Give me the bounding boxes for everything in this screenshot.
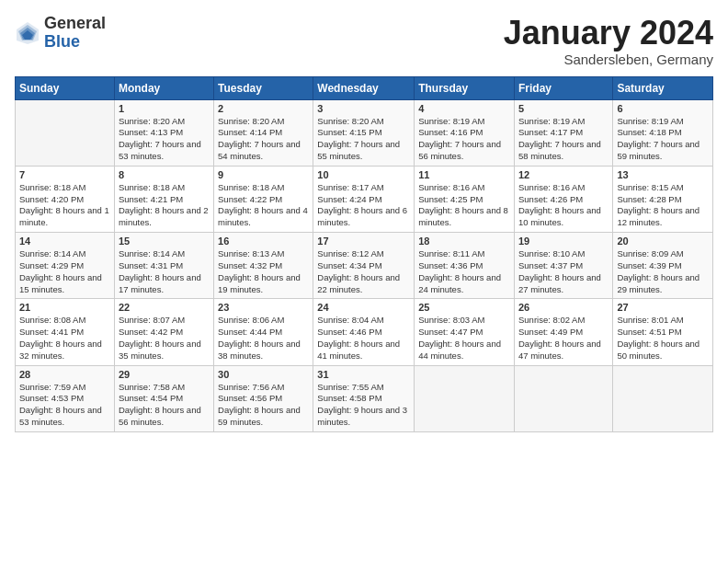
day-info: Sunrise: 7:55 AMSunset: 4:58 PMDaylight:… (317, 382, 410, 429)
calendar-cell: 12Sunrise: 8:16 AMSunset: 4:26 PMDayligh… (514, 166, 612, 232)
day-info: Sunrise: 8:20 AMSunset: 4:14 PMDaylight:… (218, 116, 309, 163)
calendar-cell: 6Sunrise: 8:19 AMSunset: 4:18 PMDaylight… (613, 99, 713, 166)
day-number: 31 (317, 369, 410, 380)
day-number: 11 (418, 169, 510, 180)
day-info: Sunrise: 8:14 AMSunset: 4:31 PMDaylight:… (119, 248, 210, 295)
calendar-cell: 30Sunrise: 7:56 AMSunset: 4:56 PMDayligh… (214, 365, 313, 431)
day-info: Sunrise: 8:06 AMSunset: 4:44 PMDaylight:… (218, 315, 309, 362)
day-number: 17 (317, 236, 410, 247)
calendar-cell: 7Sunrise: 8:18 AMSunset: 4:20 PMDaylight… (16, 166, 115, 232)
day-number: 21 (19, 302, 110, 313)
day-info: Sunrise: 8:19 AMSunset: 4:17 PMDaylight:… (518, 116, 609, 163)
calendar-cell: 31Sunrise: 7:55 AMSunset: 4:58 PMDayligh… (313, 365, 415, 431)
calendar-week-4: 21Sunrise: 8:08 AMSunset: 4:41 PMDayligh… (16, 299, 713, 365)
logo-icon (15, 20, 40, 46)
day-number: 28 (19, 369, 110, 380)
calendar-cell (514, 365, 612, 431)
day-info: Sunrise: 8:17 AMSunset: 4:24 PMDaylight:… (317, 182, 410, 229)
day-info: Sunrise: 8:18 AMSunset: 4:20 PMDaylight:… (19, 182, 110, 229)
page-header: General Blue January 2024 Sandersleben, … (15, 15, 713, 67)
calendar-cell: 10Sunrise: 8:17 AMSunset: 4:24 PMDayligh… (313, 166, 415, 232)
day-info: Sunrise: 8:18 AMSunset: 4:21 PMDaylight:… (119, 182, 210, 229)
calendar-cell: 26Sunrise: 8:02 AMSunset: 4:49 PMDayligh… (514, 299, 612, 365)
day-number: 19 (518, 236, 609, 247)
day-number: 15 (119, 236, 210, 247)
calendar-cell: 29Sunrise: 7:58 AMSunset: 4:54 PMDayligh… (114, 365, 213, 431)
day-info: Sunrise: 8:01 AMSunset: 4:51 PMDaylight:… (617, 315, 709, 362)
day-info: Sunrise: 8:16 AMSunset: 4:25 PMDaylight:… (418, 182, 510, 229)
day-number: 1 (119, 103, 210, 114)
col-monday: Monday (114, 76, 213, 99)
calendar-cell: 23Sunrise: 8:06 AMSunset: 4:44 PMDayligh… (214, 299, 313, 365)
calendar-cell: 13Sunrise: 8:15 AMSunset: 4:28 PMDayligh… (613, 166, 713, 232)
calendar-cell: 14Sunrise: 8:14 AMSunset: 4:29 PMDayligh… (16, 233, 115, 299)
calendar-cell (613, 365, 713, 431)
calendar-week-5: 28Sunrise: 7:59 AMSunset: 4:53 PMDayligh… (16, 365, 713, 431)
day-info: Sunrise: 8:07 AMSunset: 4:42 PMDaylight:… (119, 315, 210, 362)
day-number: 14 (19, 236, 110, 247)
day-info: Sunrise: 7:59 AMSunset: 4:53 PMDaylight:… (19, 382, 110, 429)
day-number: 13 (617, 169, 709, 180)
day-info: Sunrise: 7:56 AMSunset: 4:56 PMDaylight:… (218, 382, 309, 429)
calendar-cell: 15Sunrise: 8:14 AMSunset: 4:31 PMDayligh… (114, 233, 213, 299)
calendar-cell: 9Sunrise: 8:18 AMSunset: 4:22 PMDaylight… (214, 166, 313, 232)
calendar-cell (16, 99, 115, 166)
day-info: Sunrise: 8:12 AMSunset: 4:34 PMDaylight:… (317, 248, 410, 295)
day-number: 5 (518, 103, 609, 114)
day-number: 4 (418, 103, 510, 114)
calendar-cell: 1Sunrise: 8:20 AMSunset: 4:13 PMDaylight… (114, 99, 213, 166)
day-number: 27 (617, 302, 709, 313)
day-number: 8 (119, 169, 210, 180)
location-text: Sandersleben, Germany (504, 52, 713, 67)
logo-text: General Blue (44, 15, 106, 52)
calendar-cell: 4Sunrise: 8:19 AMSunset: 4:16 PMDaylight… (415, 99, 515, 166)
calendar-week-2: 7Sunrise: 8:18 AMSunset: 4:20 PMDaylight… (16, 166, 713, 232)
day-number: 26 (518, 302, 609, 313)
day-info: Sunrise: 8:04 AMSunset: 4:46 PMDaylight:… (317, 315, 410, 362)
day-info: Sunrise: 8:09 AMSunset: 4:39 PMDaylight:… (617, 248, 709, 295)
logo: General Blue (15, 15, 106, 52)
day-info: Sunrise: 8:11 AMSunset: 4:36 PMDaylight:… (418, 248, 510, 295)
calendar-cell: 11Sunrise: 8:16 AMSunset: 4:25 PMDayligh… (415, 166, 515, 232)
calendar-cell: 18Sunrise: 8:11 AMSunset: 4:36 PMDayligh… (415, 233, 515, 299)
day-number: 2 (218, 103, 309, 114)
calendar-week-1: 1Sunrise: 8:20 AMSunset: 4:13 PMDaylight… (16, 99, 713, 166)
day-number: 24 (317, 302, 410, 313)
day-number: 30 (218, 369, 309, 380)
day-info: Sunrise: 8:19 AMSunset: 4:16 PMDaylight:… (418, 116, 510, 163)
col-friday: Friday (514, 76, 612, 99)
calendar-header-row: Sunday Monday Tuesday Wednesday Thursday… (16, 76, 713, 99)
calendar-cell: 27Sunrise: 8:01 AMSunset: 4:51 PMDayligh… (613, 299, 713, 365)
month-title: January 2024 (504, 15, 713, 52)
col-saturday: Saturday (613, 76, 713, 99)
day-info: Sunrise: 8:20 AMSunset: 4:13 PMDaylight:… (119, 116, 210, 163)
day-number: 18 (418, 236, 510, 247)
day-info: Sunrise: 8:03 AMSunset: 4:47 PMDaylight:… (418, 315, 510, 362)
day-info: Sunrise: 7:58 AMSunset: 4:54 PMDaylight:… (119, 382, 210, 429)
day-info: Sunrise: 8:19 AMSunset: 4:18 PMDaylight:… (617, 116, 709, 163)
day-number: 6 (617, 103, 709, 114)
day-number: 9 (218, 169, 309, 180)
calendar-cell: 3Sunrise: 8:20 AMSunset: 4:15 PMDaylight… (313, 99, 415, 166)
day-info: Sunrise: 8:14 AMSunset: 4:29 PMDaylight:… (19, 248, 110, 295)
calendar-cell: 16Sunrise: 8:13 AMSunset: 4:32 PMDayligh… (214, 233, 313, 299)
day-info: Sunrise: 8:02 AMSunset: 4:49 PMDaylight:… (518, 315, 609, 362)
day-info: Sunrise: 8:20 AMSunset: 4:15 PMDaylight:… (317, 116, 410, 163)
calendar-table: Sunday Monday Tuesday Wednesday Thursday… (15, 76, 713, 432)
calendar-cell: 25Sunrise: 8:03 AMSunset: 4:47 PMDayligh… (415, 299, 515, 365)
title-block: January 2024 Sandersleben, Germany (504, 15, 713, 67)
logo-blue-text: Blue (44, 33, 106, 52)
calendar-cell: 24Sunrise: 8:04 AMSunset: 4:46 PMDayligh… (313, 299, 415, 365)
calendar-cell: 2Sunrise: 8:20 AMSunset: 4:14 PMDaylight… (214, 99, 313, 166)
calendar-cell: 8Sunrise: 8:18 AMSunset: 4:21 PMDaylight… (114, 166, 213, 232)
calendar-cell (415, 365, 515, 431)
logo-general-text: General (44, 15, 106, 33)
col-wednesday: Wednesday (313, 76, 415, 99)
calendar-cell: 17Sunrise: 8:12 AMSunset: 4:34 PMDayligh… (313, 233, 415, 299)
col-tuesday: Tuesday (214, 76, 313, 99)
page-container: General Blue January 2024 Sandersleben, … (0, 0, 728, 440)
day-number: 10 (317, 169, 410, 180)
day-info: Sunrise: 8:10 AMSunset: 4:37 PMDaylight:… (518, 248, 609, 295)
calendar-cell: 20Sunrise: 8:09 AMSunset: 4:39 PMDayligh… (613, 233, 713, 299)
day-number: 25 (418, 302, 510, 313)
